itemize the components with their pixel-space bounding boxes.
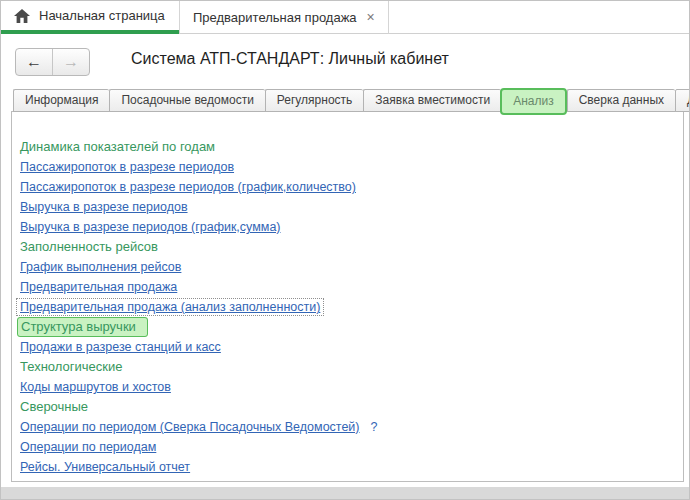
report-link[interactable]: Выручка в разрезе периодов (20, 200, 188, 214)
forward-button[interactable]: → (53, 49, 89, 75)
tab-bar-spacer (389, 1, 689, 34)
home-icon (14, 9, 30, 23)
report-link[interactable]: Предварительная продажа (20, 280, 177, 294)
tab-regularity[interactable]: Регулярность (265, 89, 364, 112)
revenue-structure-highlight: Структура выручки (17, 317, 148, 337)
application-window: Начальная страница Предварительная прода… (0, 0, 690, 500)
report-link[interactable]: График выполнения рейсов (20, 260, 181, 274)
section-title-revenue-structure: Структура выручки (20, 317, 683, 337)
tab-home-page[interactable]: Начальная страница (1, 1, 179, 34)
report-link[interactable]: Операции по периодам (20, 440, 156, 454)
report-link[interactable]: Пассажиропоток в разрезе периодов (графи… (20, 180, 356, 194)
tab-capacity-request[interactable]: Заявка вместимости (363, 89, 501, 112)
tab-data-reconciliation[interactable]: Сверка данных (567, 89, 675, 112)
close-icon[interactable]: × (367, 10, 375, 24)
back-button[interactable]: ← (16, 49, 53, 75)
report-link[interactable]: Операции по периодом (Сверка Посадочных … (20, 420, 360, 434)
report-link[interactable]: Коды маршрутов и хостов (20, 380, 171, 394)
page-title: Система АТП-СТАНДАРТ: Личный кабинет (131, 50, 449, 68)
section-title-reconciliation: Сверочные (20, 397, 683, 417)
navigation-buttons: ← → (15, 48, 90, 76)
section-title-occupancy: Заполненность рейсов (20, 237, 683, 257)
bottom-bar (1, 487, 689, 499)
report-link[interactable]: Пассажиропоток в разрезе периодов (20, 160, 234, 174)
report-link-focused[interactable]: Предварительная продажа (анализ заполнен… (16, 298, 324, 316)
tab-presale[interactable]: Предварительная продажа × (179, 1, 389, 34)
tab-presale-label: Предварительная продажа (193, 10, 357, 25)
analysis-panel: Динамика показателей по годам Пассажироп… (11, 111, 684, 482)
report-link[interactable]: Рейсы. Универсальный отчет (20, 460, 190, 474)
tab-boarding-sheets[interactable]: Посадочные ведомости (109, 89, 264, 112)
help-icon[interactable]: ? (371, 420, 378, 434)
report-link[interactable]: Выручка в разрезе периодов (график,сумма… (20, 220, 281, 234)
report-link[interactable]: Продажи в разрезе станций и касс (20, 340, 221, 354)
section-tab-strip: Информация Посадочные ведомости Регулярн… (13, 88, 690, 112)
tab-home-label: Начальная страница (39, 8, 165, 23)
tab-documents[interactable]: Документы (675, 89, 690, 112)
window-tab-bar: Начальная страница Предварительная прода… (1, 1, 689, 34)
section-title-dynamics: Динамика показателей по годам (20, 137, 683, 157)
header-row: ← → Система АТП-СТАНДАРТ: Личный кабинет (1, 41, 689, 81)
report-list: Динамика показателей по годам Пассажироп… (12, 112, 683, 477)
tab-analysis[interactable]: Анализ (500, 88, 567, 115)
tab-information[interactable]: Информация (13, 89, 109, 112)
section-title-technological: Технологические (20, 357, 683, 377)
